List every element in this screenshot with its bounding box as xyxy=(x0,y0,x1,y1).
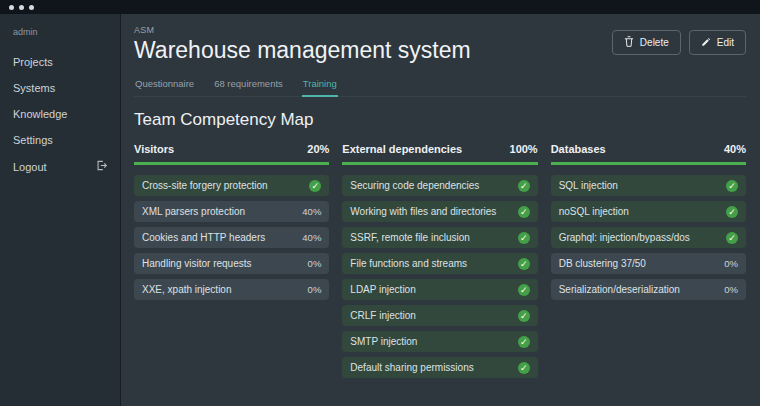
competency-item-label: SSRF, remote file inclusion xyxy=(350,232,470,243)
check-icon: ✓ xyxy=(726,180,738,192)
column-title: Visitors xyxy=(134,143,174,155)
competency-item-label: LDAP injection xyxy=(350,284,415,295)
check-icon: ✓ xyxy=(309,180,321,192)
column-header: Visitors20% xyxy=(134,143,329,165)
competency-item-label: SMTP injection xyxy=(350,336,417,347)
competency-item[interactable]: Cookies and HTTP headers40% xyxy=(134,227,329,248)
column-percent: 20% xyxy=(307,143,329,155)
competency-item-label: XXE, xpath injection xyxy=(142,284,232,295)
competency-item-percent: 40% xyxy=(302,206,321,217)
competency-item-percent: 0% xyxy=(308,258,322,269)
competency-item[interactable]: SQL injection✓ xyxy=(551,175,746,196)
competency-item-percent: 0% xyxy=(308,284,322,295)
competency-item-label: noSQL injection xyxy=(559,206,629,217)
check-icon: ✓ xyxy=(518,362,530,374)
main-content: ASM Warehouse management system Delete xyxy=(121,14,760,406)
competency-item-label: Serialization/deserialization xyxy=(559,284,680,295)
section-title: Team Competency Map xyxy=(134,110,746,130)
competency-item-label: Handling visitor requests xyxy=(142,258,252,269)
check-icon: ✓ xyxy=(726,206,738,218)
check-icon: ✓ xyxy=(518,258,530,270)
competency-item[interactable]: noSQL injection✓ xyxy=(551,201,746,222)
check-icon: ✓ xyxy=(518,206,530,218)
competency-item-label: Graphql: injection/bypass/dos xyxy=(559,232,690,243)
competency-item[interactable]: Graphql: injection/bypass/dos✓ xyxy=(551,227,746,248)
competency-item[interactable]: Working with files and directories✓ xyxy=(342,201,537,222)
sidebar-item-label: Logout xyxy=(13,161,47,173)
sidebar-item-label: Knowledge xyxy=(13,108,67,120)
tab-bar: Questionnaire 68 requirements Training xyxy=(134,73,746,97)
sidebar: admin Projects Systems Knowledge Setting… xyxy=(0,14,121,406)
competency-item[interactable]: Default sharing permissions✓ xyxy=(342,357,537,378)
competency-item-label: Cross-site forgery protection xyxy=(142,180,268,191)
logout-icon xyxy=(96,160,107,173)
check-icon: ✓ xyxy=(518,336,530,348)
delete-button[interactable]: Delete xyxy=(612,30,681,55)
check-icon: ✓ xyxy=(726,232,738,244)
competency-item-label: DB clustering 37/50 xyxy=(559,258,646,269)
edit-button[interactable]: Edit xyxy=(689,30,746,55)
competency-column: Visitors20%Cross-site forgery protection… xyxy=(134,143,329,305)
competency-item[interactable]: XXE, xpath injection0% xyxy=(134,279,329,300)
edit-button-label: Edit xyxy=(717,37,734,48)
competency-item-percent: 0% xyxy=(724,284,738,295)
pencil-icon xyxy=(701,37,711,49)
sidebar-item-knowledge[interactable]: Knowledge xyxy=(0,101,120,127)
tab-questionnaire[interactable]: Questionnaire xyxy=(134,73,195,96)
competency-item-label: Securing code dependencies xyxy=(350,180,479,191)
competency-item[interactable]: File functions and streams✓ xyxy=(342,253,537,274)
breadcrumb: ASM xyxy=(134,25,471,35)
competency-item[interactable]: Cross-site forgery protection✓ xyxy=(134,175,329,196)
column-title: Databases xyxy=(551,143,606,155)
column-header: External dependencies100% xyxy=(342,143,537,165)
window-dot[interactable] xyxy=(19,5,24,10)
sidebar-item-label: Projects xyxy=(13,56,53,68)
window-dot[interactable] xyxy=(9,5,14,10)
competency-item-percent: 0% xyxy=(724,258,738,269)
sidebar-item-projects[interactable]: Projects xyxy=(0,49,120,75)
column-title: External dependencies xyxy=(342,143,462,155)
competency-item[interactable]: SMTP injection✓ xyxy=(342,331,537,352)
competency-column: Databases40%SQL injection✓noSQL injectio… xyxy=(551,143,746,305)
check-icon: ✓ xyxy=(518,284,530,296)
competency-item-label: SQL injection xyxy=(559,180,618,191)
competency-column: External dependencies100%Securing code d… xyxy=(342,143,537,383)
competency-item-label: File functions and streams xyxy=(350,258,467,269)
competency-item-label: Default sharing permissions xyxy=(350,362,473,373)
column-percent: 100% xyxy=(510,143,538,155)
sidebar-item-systems[interactable]: Systems xyxy=(0,75,120,101)
competency-columns: Visitors20%Cross-site forgery protection… xyxy=(134,143,746,383)
competency-item[interactable]: LDAP injection✓ xyxy=(342,279,537,300)
column-percent: 40% xyxy=(724,143,746,155)
competency-item[interactable]: Serialization/deserialization0% xyxy=(551,279,746,300)
tab-requirements[interactable]: 68 requirements xyxy=(213,73,284,96)
window-titlebar xyxy=(0,0,760,14)
sidebar-user: admin xyxy=(0,27,120,49)
competency-item[interactable]: Securing code dependencies✓ xyxy=(342,175,537,196)
competency-item-label: CRLF injection xyxy=(350,310,416,321)
competency-item[interactable]: SSRF, remote file inclusion✓ xyxy=(342,227,537,248)
competency-item[interactable]: XML parsers protection40% xyxy=(134,201,329,222)
competency-item[interactable]: CRLF injection✓ xyxy=(342,305,537,326)
sidebar-item-settings[interactable]: Settings xyxy=(0,127,120,153)
sidebar-item-logout[interactable]: Logout xyxy=(0,153,120,180)
sidebar-item-label: Settings xyxy=(13,134,53,146)
competency-item-percent: 40% xyxy=(302,232,321,243)
sidebar-item-label: Systems xyxy=(13,82,55,94)
competency-item-label: XML parsers protection xyxy=(142,206,245,217)
check-icon: ✓ xyxy=(518,180,530,192)
competency-item[interactable]: Handling visitor requests0% xyxy=(134,253,329,274)
window-dot[interactable] xyxy=(29,5,34,10)
tab-training[interactable]: Training xyxy=(302,73,338,97)
competency-item[interactable]: DB clustering 37/500% xyxy=(551,253,746,274)
delete-button-label: Delete xyxy=(640,37,669,48)
page-title: Warehouse management system xyxy=(134,37,471,64)
trash-icon xyxy=(624,36,634,49)
check-icon: ✓ xyxy=(518,232,530,244)
column-header: Databases40% xyxy=(551,143,746,165)
competency-item-label: Cookies and HTTP headers xyxy=(142,232,265,243)
check-icon: ✓ xyxy=(518,310,530,322)
competency-item-label: Working with files and directories xyxy=(350,206,496,217)
